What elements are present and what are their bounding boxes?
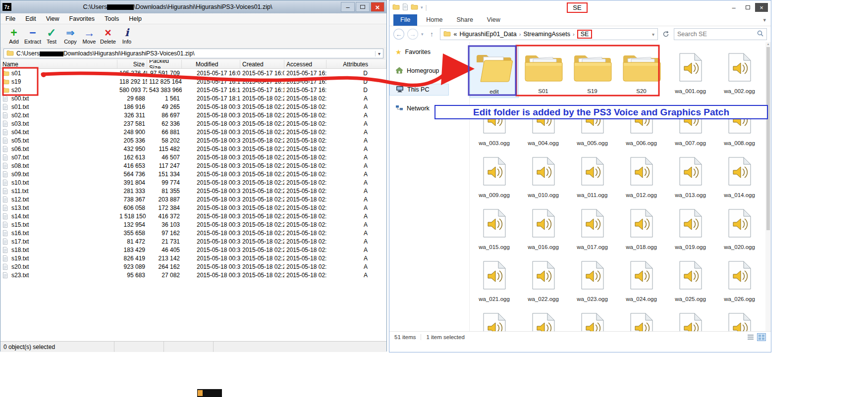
- address-history-icon[interactable]: ▾: [652, 32, 654, 37]
- menu-favorites[interactable]: Favorites: [64, 15, 100, 22]
- search-icon[interactable]: [757, 30, 763, 39]
- qat-newfolder-icon[interactable]: [411, 4, 418, 11]
- file-row[interactable]: s17.txt81 47221 7312015-05-18 00:322015-…: [0, 237, 386, 246]
- sidebar-item-this-pc[interactable]: This PC: [389, 84, 449, 96]
- add-button[interactable]: +Add: [4, 27, 23, 45]
- breadcrumb[interactable]: « HigurashiEp01_Data › StreamingAssets ›…: [440, 28, 658, 40]
- close-button[interactable]: ×: [755, 3, 768, 12]
- audio-file-tile[interactable]: wa_022.ogg: [519, 254, 568, 306]
- file-row[interactable]: s12.txt738 367203 8872015-05-18 00:32201…: [0, 195, 386, 203]
- file-row[interactable]: s20.txt923 089264 1622015-05-18 00:32201…: [0, 262, 386, 271]
- column-name[interactable]: Name: [0, 60, 117, 68]
- audio-file-tile[interactable]: wa_015.ogg: [470, 202, 519, 254]
- audio-file-tile[interactable]: wa_019.ogg: [666, 202, 715, 254]
- address-bar[interactable]: C:\UsersDownloads\Higurashi\HigurashiPS3…: [3, 49, 383, 58]
- audio-file-tile[interactable]: wa_020.ogg: [715, 202, 764, 254]
- audio-file-tile[interactable]: wa_012.ogg: [617, 150, 666, 202]
- file-row[interactable]: s20580 093 725543 383 9662015-05-17 16:1…: [0, 86, 386, 94]
- up-button[interactable]: ↑: [427, 30, 437, 38]
- menu-edit[interactable]: Edit: [20, 15, 41, 22]
- back-button[interactable]: ←: [393, 29, 404, 40]
- audio-file-tile[interactable]: wa_011.ogg: [568, 150, 617, 202]
- folder-tile-S19[interactable]: S19: [568, 46, 617, 98]
- file-row[interactable]: s16.txt355 65897 1622015-05-18 00:322015…: [0, 229, 386, 237]
- audio-file-tile[interactable]: wa_014.ogg: [715, 150, 764, 202]
- column-created[interactable]: Created: [240, 60, 284, 68]
- column-size[interactable]: Size: [117, 60, 147, 68]
- column-accessed[interactable]: Accessed: [284, 60, 326, 68]
- delete-button[interactable]: ×Delete: [99, 27, 117, 45]
- maximize-button[interactable]: [741, 3, 754, 12]
- audio-file-tile[interactable]: wa_017.ogg: [568, 202, 617, 254]
- menu-view[interactable]: View: [41, 15, 64, 22]
- audio-file-tile[interactable]: wa_013.ogg: [666, 150, 715, 202]
- file-row[interactable]: s08.txt416 653117 2472015-05-18 00:32201…: [0, 161, 386, 170]
- test-button[interactable]: ✓Test: [42, 27, 61, 45]
- move-button[interactable]: →Move: [80, 27, 99, 45]
- audio-file-tile[interactable]: wa_018.ogg: [617, 202, 666, 254]
- audio-file-tile[interactable]: wa_023.ogg: [568, 254, 617, 306]
- tab-home[interactable]: Home: [419, 14, 449, 26]
- breadcrumb-segment-current[interactable]: SE: [577, 30, 593, 39]
- file-row[interactable]: s01.txt186 91649 2652015-05-18 00:322015…: [0, 102, 386, 111]
- file-row[interactable]: s19.txt826 419213 1422015-05-18 00:32201…: [0, 254, 386, 262]
- audio-file-tile[interactable]: wa_010.ogg: [519, 150, 568, 202]
- file-row[interactable]: s19118 292 152112 825 1642015-05-17 16:1…: [0, 77, 386, 86]
- audio-file-tile[interactable]: wa_021.ogg: [470, 254, 519, 306]
- expand-ribbon-icon[interactable]: ▾: [763, 14, 771, 26]
- maximize-button[interactable]: [356, 2, 370, 12]
- forward-button[interactable]: →: [407, 29, 418, 40]
- address-dropdown-icon[interactable]: ▾: [375, 51, 380, 56]
- tab-view[interactable]: View: [480, 14, 507, 26]
- tab-share[interactable]: Share: [450, 14, 480, 26]
- file-row[interactable]: s13.txt606 058172 3842015-05-18 00:32201…: [0, 203, 386, 212]
- scroll-up-icon[interactable]: ▴: [767, 42, 769, 46]
- audio-file-tile[interactable]: wa_025.ogg: [666, 254, 715, 306]
- audio-file-tile[interactable]: wa_002.ogg: [715, 46, 764, 98]
- sidebar-item-homegroup[interactable]: Homegroup: [389, 65, 449, 77]
- search-input[interactable]: [677, 31, 757, 38]
- breadcrumb-segment[interactable]: HigurashiEp01_Data: [459, 31, 516, 38]
- folder-tile-edit[interactable]: edit: [470, 46, 519, 98]
- file-row[interactable]: s09.txt564 736151 3342015-05-18 00:32201…: [0, 170, 386, 178]
- thumbnail-view-icon[interactable]: [757, 333, 766, 341]
- column-packed-size[interactable]: Packed Size: [147, 60, 182, 68]
- file-row[interactable]: s04.txt248 90066 8812015-05-18 00:322015…: [0, 128, 386, 136]
- sidebar-item-favorites[interactable]: ★Favorites: [389, 46, 449, 58]
- qat-properties-icon[interactable]: [402, 3, 408, 12]
- folder-tile-S20[interactable]: S20: [617, 46, 666, 98]
- file-row[interactable]: s06.txt432 950115 4822015-05-18 00:32201…: [0, 145, 386, 153]
- menu-help[interactable]: Help: [124, 15, 147, 22]
- file-row[interactable]: s10.txt391 80499 7742015-05-18 00:322015…: [0, 178, 386, 187]
- column-modified[interactable]: Modified: [182, 60, 240, 68]
- refresh-button[interactable]: [661, 31, 671, 38]
- file-row[interactable]: s15.txt132 95436 1032015-05-18 00:322015…: [0, 220, 386, 229]
- 7zip-titlebar[interactable]: 7z C:\Users\Downloads\Higurashi\Higurash…: [0, 0, 386, 13]
- folder-tile-S01[interactable]: S01: [519, 46, 568, 98]
- menu-tools[interactable]: Tools: [100, 15, 124, 22]
- info-button[interactable]: iInfo: [117, 27, 136, 45]
- file-row[interactable]: s14.txt1 518 150416 3722015-05-18 00:322…: [0, 212, 386, 220]
- column-attributes[interactable]: Attributes: [326, 60, 386, 68]
- minimize-button[interactable]: –: [727, 3, 740, 12]
- file-row[interactable]: s23.txt95 68327 0822015-05-18 00:322015-…: [0, 271, 386, 279]
- file-row[interactable]: s11.txt281 33381 3552015-05-18 00:322015…: [0, 187, 386, 195]
- breadcrumb-collapse[interactable]: «: [453, 31, 457, 38]
- extract-button[interactable]: −Extract: [23, 27, 42, 45]
- file-row[interactable]: s03.txt237 58162 3362015-05-18 00:322015…: [0, 119, 386, 128]
- explorer-titlebar[interactable]: ▾ | SE – ×: [389, 0, 771, 14]
- file-row[interactable]: s00.txt29 6881 5612015-05-17 18:152015-0…: [0, 94, 386, 102]
- breadcrumb-segment[interactable]: StreamingAssets: [523, 31, 570, 38]
- audio-file-tile[interactable]: wa_016.ogg: [519, 202, 568, 254]
- file-row[interactable]: s02.txt326 31186 6972015-05-18 00:322015…: [0, 111, 386, 119]
- qat-customize-icon[interactable]: ▾: [421, 5, 423, 10]
- file-row[interactable]: s01105 376 48197 591 7092015-05-17 16:08…: [0, 69, 386, 77]
- audio-file-tile[interactable]: wa_024.ogg: [617, 254, 666, 306]
- scrollbar-thumb[interactable]: [766, 47, 770, 230]
- recent-locations-icon[interactable]: ▾: [421, 32, 424, 37]
- audio-file-tile[interactable]: wa_001.ogg: [666, 46, 715, 98]
- file-row[interactable]: s07.txt162 61346 5072015-05-18 00:322015…: [0, 153, 386, 161]
- menu-file[interactable]: File: [0, 15, 20, 22]
- scrollbar[interactable]: ▴▾: [765, 42, 771, 342]
- details-view-icon[interactable]: [746, 333, 755, 341]
